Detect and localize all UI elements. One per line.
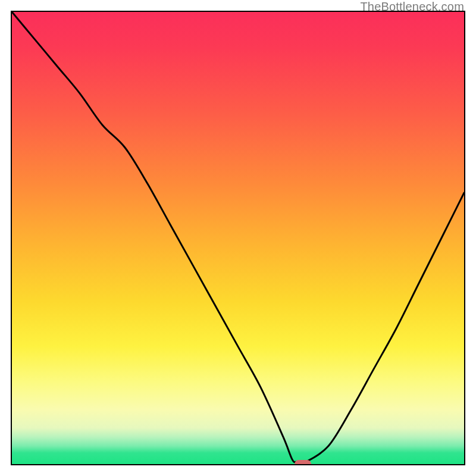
chart-container: TheBottleneck.com [0,0,476,476]
optimal-point-marker [295,460,311,465]
plot-area [11,11,465,465]
bottleneck-curve [12,12,464,464]
